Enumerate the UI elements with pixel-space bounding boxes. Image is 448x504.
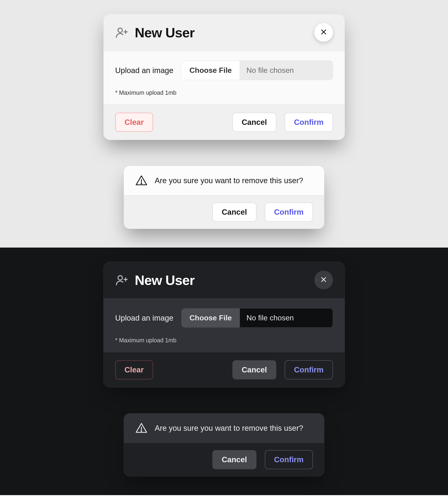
light-theme-panel: New User Upload an image Choose File No … [0,0,448,248]
clear-button[interactable]: Clear [115,360,153,379]
dialog-footer: Cancel Confirm [124,443,324,476]
svg-point-0 [118,28,122,33]
upload-hint: * Maximum upload 1mb [115,89,333,96]
modal-header: New User [104,14,345,51]
file-input[interactable]: Choose File No file chosen [181,61,333,80]
svg-point-2 [118,276,122,280]
confirm-button[interactable]: Confirm [285,360,333,379]
upload-label: Upload an image [115,66,174,75]
warning-triangle-icon [135,422,148,434]
close-icon [320,276,327,284]
upload-row: Upload an image Choose File No file chos… [115,61,333,80]
modal-footer: Clear Cancel Confirm [104,105,345,140]
modal-title: New User [135,25,195,40]
close-button[interactable] [314,23,333,42]
file-status: No file chosen [240,308,333,327]
new-user-modal: New User Upload an image Choose File No … [103,14,345,140]
modal-body: Upload an image Choose File No file chos… [104,51,345,105]
close-icon [320,28,327,36]
modal-footer: Clear Cancel Confirm [104,352,345,387]
upload-label: Upload an image [115,314,174,323]
dialog-footer: Cancel Confirm [124,196,324,229]
dark-theme-panel: New User Upload an image Choose File No … [0,248,448,495]
choose-file-button[interactable]: Choose File [181,308,240,327]
close-button[interactable] [314,271,333,289]
modal-body: Upload an image Choose File No file chos… [104,298,345,352]
cancel-button[interactable]: Cancel [212,202,256,222]
file-status: No file chosen [240,61,333,80]
svg-point-1 [141,183,142,184]
dialog-message: Are you sure you want to remove this use… [155,176,303,185]
modal-header: New User [104,262,345,298]
file-input[interactable]: Choose File No file chosen [181,308,333,328]
choose-file-button[interactable]: Choose File [181,61,240,80]
svg-point-3 [141,431,142,432]
upload-hint: * Maximum upload 1mb [115,337,333,344]
dialog-body: Are you sure you want to remove this use… [124,414,324,443]
confirm-button[interactable]: Confirm [285,113,333,132]
warning-triangle-icon [135,174,148,187]
dialog-body: Are you sure you want to remove this use… [124,166,324,196]
remove-user-dialog: Are you sure you want to remove this use… [124,166,324,229]
user-plus-icon [115,26,128,39]
cancel-button[interactable]: Cancel [233,113,276,132]
cancel-button[interactable]: Cancel [212,450,256,469]
confirm-button[interactable]: Confirm [265,450,313,469]
dialog-message: Are you sure you want to remove this use… [155,424,303,432]
cancel-button[interactable]: Cancel [233,360,276,379]
confirm-button[interactable]: Confirm [265,202,313,222]
new-user-modal: New User Upload an image Choose File No … [103,262,345,388]
clear-button[interactable]: Clear [115,113,153,132]
user-plus-icon [115,273,128,287]
modal-title: New User [135,272,195,288]
remove-user-dialog: Are you sure you want to remove this use… [124,413,324,476]
upload-row: Upload an image Choose File No file chos… [115,308,333,328]
